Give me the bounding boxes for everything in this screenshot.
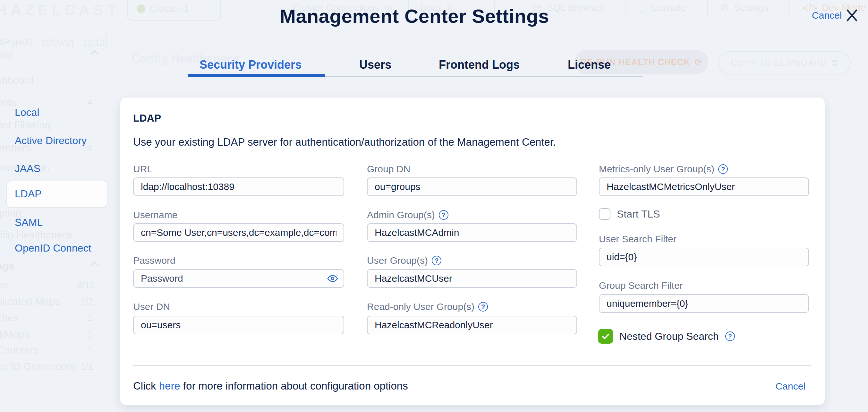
here-link[interactable]: here — [159, 380, 180, 392]
password-field-wrap — [133, 269, 344, 288]
settings-modal: Management Center Settings Cancel Securi… — [0, 0, 868, 412]
help-icon[interactable]: ? — [439, 210, 448, 220]
metrics-groups-input[interactable] — [599, 177, 809, 196]
user-dn-input[interactable] — [133, 316, 344, 334]
panel-heading: LDAP — [133, 112, 161, 124]
sidebar-item-active-directory[interactable]: Active Directory — [15, 135, 87, 147]
help-icon[interactable]: ? — [478, 302, 488, 312]
nested-group-search-label: Nested Group Search? — [619, 329, 735, 344]
show-password-eye-icon[interactable] — [327, 273, 338, 284]
group-dn-label: Group DN — [367, 163, 410, 175]
tab-license[interactable]: License — [568, 58, 611, 71]
help-icon[interactable]: ? — [725, 331, 735, 341]
help-icon[interactable]: ? — [718, 164, 728, 174]
screen: HAZELCAST Cluster-1 Cluster Connections⊕… — [0, 0, 868, 412]
start-tls-label: Start TLS — [617, 208, 660, 220]
panel-description: Use your existing LDAP server for authen… — [133, 136, 556, 149]
username-input[interactable] — [133, 223, 344, 242]
readonly-groups-input[interactable] — [367, 316, 577, 334]
cancel-link-footer[interactable]: Cancel — [776, 381, 805, 392]
nested-group-search-checkbox[interactable] — [598, 329, 613, 344]
modal-title: Management Center Settings — [280, 5, 549, 28]
sidebar-item-local[interactable]: Local — [15, 106, 39, 118]
sidebar-item-saml[interactable]: SAML — [15, 216, 43, 229]
group-search-filter-label: Group Search Filter — [599, 280, 683, 291]
active-tab-indicator — [188, 74, 325, 77]
start-tls-checkbox[interactable] — [599, 208, 611, 220]
password-label: Password — [133, 255, 176, 266]
user-groups-input[interactable] — [367, 269, 577, 288]
user-dn-label: User DN — [133, 301, 170, 313]
admin-groups-input[interactable] — [367, 223, 577, 242]
tab-users[interactable]: Users — [359, 58, 391, 71]
help-icon[interactable]: ? — [432, 256, 441, 265]
footer-divider — [133, 365, 811, 366]
username-label: Username — [133, 209, 177, 221]
user-groups-label: User Group(s)? — [367, 255, 441, 266]
metrics-groups-label: Metrics-only User Group(s)? — [599, 163, 728, 175]
tab-frontend-logs[interactable]: Frontend Logs — [439, 58, 520, 71]
group-dn-input[interactable] — [367, 177, 577, 196]
url-input[interactable] — [133, 177, 344, 196]
tab-security-providers[interactable]: Security Providers — [199, 58, 302, 71]
sidebar-item-openid-connect[interactable]: OpenID Connect — [15, 242, 91, 254]
close-icon[interactable] — [844, 8, 860, 23]
admin-groups-label: Admin Group(s)? — [367, 209, 448, 221]
sidebar-item-ldap[interactable]: LDAP — [15, 188, 42, 200]
url-label: URL — [133, 163, 152, 175]
sidebar-item-jaas[interactable]: JAAS — [15, 163, 40, 175]
cancel-link-top[interactable]: Cancel — [812, 10, 842, 21]
password-input[interactable] — [133, 269, 344, 288]
user-search-filter-label: User Search Filter — [599, 233, 677, 245]
user-search-filter-input[interactable] — [599, 248, 809, 266]
footer-info-text: Click here for more information about co… — [133, 380, 408, 392]
group-search-filter-input[interactable] — [599, 294, 809, 313]
ldap-settings-card: LDAP Use your existing LDAP server for a… — [120, 97, 825, 405]
readonly-groups-label: Read-only User Group(s)? — [367, 301, 488, 313]
